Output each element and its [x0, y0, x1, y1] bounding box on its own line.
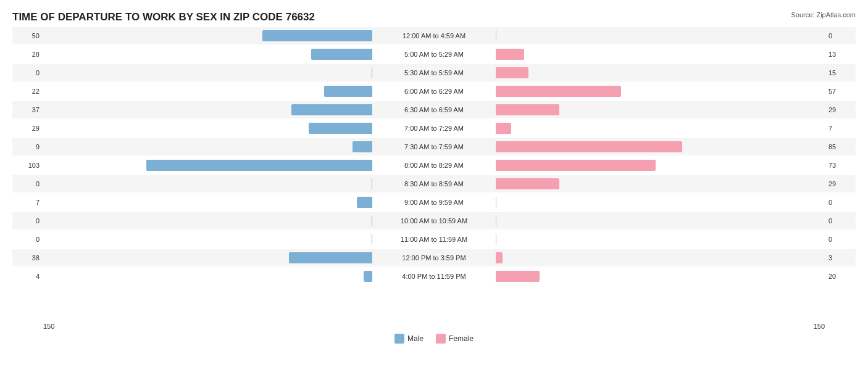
female-value: 85 [825, 143, 856, 151]
female-value: 7 [825, 125, 856, 132]
female-value: 0 [825, 199, 856, 206]
chart-row: 28 5:00 AM to 5:29 AM 13 [12, 46, 856, 63]
female-value: 73 [825, 162, 856, 169]
male-bar [291, 104, 372, 115]
female-bar [496, 86, 621, 97]
female-bar-container [496, 141, 825, 152]
male-bar-container [43, 123, 372, 134]
axis-right-label: 150 [814, 323, 825, 330]
male-bar [262, 30, 372, 41]
time-label: 8:00 AM to 8:29 AM [372, 162, 496, 169]
female-bar [496, 215, 496, 226]
time-label: 7:30 AM to 7:59 AM [372, 143, 496, 151]
time-label: 8:30 AM to 8:59 AM [372, 180, 496, 188]
male-value: 50 [12, 32, 43, 39]
female-bar-container [496, 49, 825, 60]
bar-section: 6:30 AM to 6:59 AM [43, 101, 825, 118]
male-bar-container [43, 86, 372, 97]
female-bar [496, 141, 682, 152]
male-value: 9 [12, 143, 43, 151]
chart-row: 37 6:30 AM to 6:59 AM 29 [12, 101, 856, 118]
female-bar-container [496, 178, 825, 189]
chart-title: TIME OF DEPARTURE TO WORK BY SEX IN ZIP … [12, 11, 856, 23]
time-label: 4:00 PM to 11:59 PM [372, 273, 496, 280]
female-bar-container [496, 271, 825, 282]
male-bar [309, 123, 372, 134]
female-value: 29 [825, 106, 856, 113]
female-bar-container [496, 86, 825, 97]
male-value: 37 [12, 106, 43, 113]
time-label: 11:00 AM to 11:59 AM [372, 236, 496, 243]
chart-row: 38 12:00 PM to 3:59 PM 3 [12, 249, 856, 266]
male-bar-container [43, 49, 372, 60]
time-label: 9:00 AM to 9:59 AM [372, 199, 496, 206]
male-value: 4 [12, 273, 43, 280]
bar-section: 12:00 PM to 3:59 PM [43, 249, 825, 266]
female-bar-container [496, 30, 825, 41]
chart-row: 50 12:00 AM to 4:59 AM 0 [12, 27, 856, 44]
chart-row: 9 7:30 AM to 7:59 AM 85 [12, 138, 856, 155]
male-bar-container [43, 104, 372, 115]
female-bar [496, 30, 496, 41]
bar-section: 7:30 AM to 7:59 AM [43, 138, 825, 155]
bar-section: 7:00 AM to 7:29 AM [43, 120, 825, 137]
male-value: 22 [12, 88, 43, 95]
male-bar-container [43, 67, 372, 78]
bar-section: 8:30 AM to 8:59 AM [43, 175, 825, 192]
male-value: 28 [12, 51, 43, 58]
male-color-swatch [394, 334, 404, 344]
female-bar-container [496, 215, 825, 226]
male-bar [364, 271, 372, 282]
female-bar [496, 104, 559, 115]
bar-section: 5:30 AM to 5:59 AM [43, 64, 825, 81]
female-bar [496, 160, 656, 171]
male-value: 0 [12, 180, 43, 188]
bar-section: 8:00 AM to 8:29 AM [43, 157, 825, 174]
female-bar-container [496, 104, 825, 115]
bar-section: 10:00 AM to 10:59 AM [43, 212, 825, 229]
male-bar [353, 141, 372, 152]
source-text: Source: ZipAtlas.com [791, 11, 856, 19]
chart-row: 4 4:00 PM to 11:59 PM 20 [12, 268, 856, 285]
chart-area: 50 12:00 AM to 4:59 AM 0 28 5:00 AM to 5… [12, 27, 856, 321]
female-bar-container [496, 252, 825, 263]
male-value: 38 [12, 254, 43, 262]
female-color-swatch [436, 334, 446, 344]
male-value: 0 [12, 236, 43, 243]
chart-row: 0 5:30 AM to 5:59 AM 15 [12, 64, 856, 81]
time-label: 5:30 AM to 5:59 AM [372, 69, 496, 76]
chart-container: TIME OF DEPARTURE TO WORK BY SEX IN ZIP … [0, 0, 868, 367]
chart-row: 0 11:00 AM to 11:59 AM 0 [12, 231, 856, 248]
male-bar-container [43, 30, 372, 41]
male-bar-container [43, 215, 372, 226]
bar-section: 12:00 AM to 4:59 AM [43, 27, 825, 44]
male-bar-container [43, 271, 372, 282]
female-value: 20 [825, 273, 856, 280]
female-bar [496, 49, 524, 60]
time-label: 5:00 AM to 5:29 AM [372, 51, 496, 58]
female-bar-container [496, 197, 825, 208]
male-bar [324, 86, 372, 97]
male-bar [357, 197, 372, 208]
time-label: 10:00 AM to 10:59 AM [372, 217, 496, 225]
male-value: 103 [12, 162, 43, 169]
female-value: 13 [825, 51, 856, 58]
chart-row: 7 9:00 AM to 9:59 AM 0 [12, 194, 856, 211]
male-bar [311, 49, 372, 60]
female-bar [496, 67, 528, 78]
male-bar-container [43, 197, 372, 208]
female-bar [496, 252, 503, 263]
chart-row: 103 8:00 AM to 8:29 AM 73 [12, 157, 856, 174]
bar-section: 6:00 AM to 6:29 AM [43, 83, 825, 100]
time-label: 6:30 AM to 6:59 AM [372, 106, 496, 113]
male-bar-container [43, 178, 372, 189]
female-bar [496, 234, 496, 245]
female-bar [496, 123, 511, 134]
female-value: 57 [825, 88, 856, 95]
female-bar [496, 197, 496, 208]
female-bar [496, 178, 559, 189]
male-bar-container [43, 234, 372, 245]
chart-row: 0 10:00 AM to 10:59 AM 0 [12, 212, 856, 229]
female-value: 0 [825, 217, 856, 225]
axis-bottom: 150 150 [12, 323, 856, 330]
